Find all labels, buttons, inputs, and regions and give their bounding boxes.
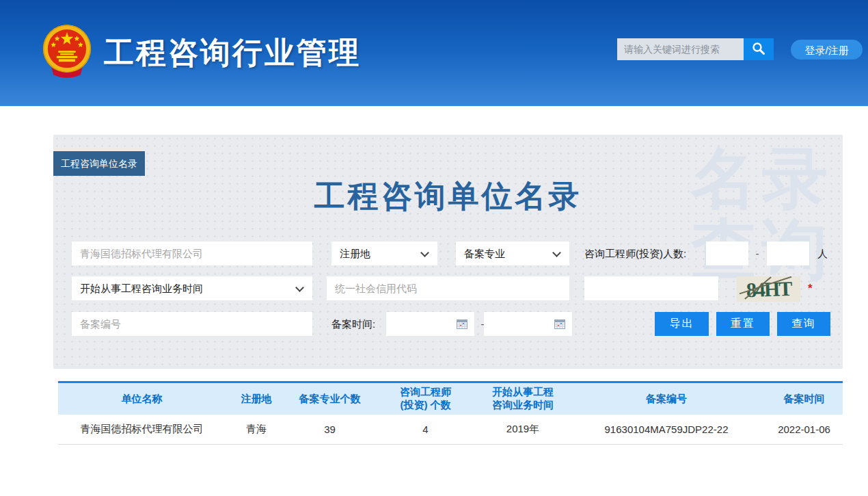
column-header: 开始从事工程 咨询业务时间 xyxy=(478,386,567,412)
column-header: 注册地 xyxy=(226,393,287,406)
site-header: 工程咨询行业管理 登录/注册 xyxy=(0,0,868,106)
cell-specialty-count: 39 xyxy=(287,423,372,435)
column-header: 单位名称 xyxy=(58,393,226,406)
captcha-input[interactable] xyxy=(584,276,718,300)
chevron-down-icon xyxy=(420,248,429,257)
select-value: 开始从事工程咨询业务时间 xyxy=(80,283,203,294)
chevron-down-icon xyxy=(295,283,304,292)
record-specialty-select[interactable]: 备案专业 xyxy=(456,242,569,265)
column-header: 备案编号 xyxy=(567,393,765,406)
range-dash: - xyxy=(752,242,763,265)
column-header: 备案专业个数 xyxy=(287,393,372,406)
credit-code-input[interactable] xyxy=(327,276,569,300)
record-number-input[interactable] xyxy=(72,312,312,336)
column-header: 备案时间 xyxy=(765,393,843,406)
cell-unit-name: 青海国德招标代理有限公司 xyxy=(58,423,226,436)
export-button[interactable]: 导出 xyxy=(655,312,709,336)
select-value: 注册地 xyxy=(340,248,370,259)
cell-engineer-count: 4 xyxy=(372,423,478,435)
record-time-label: 备案时间: xyxy=(331,312,375,336)
required-asterisk: * xyxy=(808,276,813,300)
reset-button[interactable]: 重置 xyxy=(716,312,770,336)
cell-record-number: 91630104MA759JDP22-22 xyxy=(567,423,765,435)
results-table: 单位名称 注册地 备案专业个数 咨询工程师 (投资) 个数 开始从事工程 咨询业… xyxy=(58,381,843,445)
calendar-icon xyxy=(457,319,467,329)
cell-start-time: 2019年 xyxy=(478,423,567,436)
engineer-count-min-input[interactable] xyxy=(706,242,748,265)
login-register-button[interactable]: 登录/注册 xyxy=(791,40,863,60)
captcha-image[interactable]: 84HT xyxy=(737,276,800,302)
site-title: 工程咨询行业管理 xyxy=(104,33,361,73)
search-input[interactable] xyxy=(617,38,744,60)
registration-place-select[interactable]: 注册地 xyxy=(331,242,437,265)
engineer-count-max-input[interactable] xyxy=(767,242,809,265)
directory-search-panel: 名录 查询 工程咨询单位名录 工程咨询单位名录 注册地 备案专业 咨询工程师(投… xyxy=(53,135,843,369)
query-button[interactable]: 查询 xyxy=(777,312,830,336)
cell-reg-place: 青海 xyxy=(226,423,287,436)
engineer-count-label: 咨询工程师(投资)人数: xyxy=(584,242,686,265)
header-search xyxy=(617,38,744,60)
search-button[interactable] xyxy=(744,38,774,60)
engineer-unit-label: 人 xyxy=(817,242,828,265)
cell-record-time: 2022-01-06 xyxy=(765,423,843,435)
page-title: 工程咨询单位名录 xyxy=(53,176,843,217)
tab-unit-directory[interactable]: 工程咨询单位名录 xyxy=(53,151,145,176)
start-business-time-select[interactable]: 开始从事工程咨询业务时间 xyxy=(72,276,312,300)
column-header: 咨询工程师 (投资) 个数 xyxy=(372,386,478,412)
search-icon xyxy=(751,41,766,58)
national-emblem-logo xyxy=(41,23,93,79)
calendar-icon xyxy=(554,319,565,329)
record-time-end-datepicker[interactable] xyxy=(484,312,572,336)
record-time-start-datepicker[interactable] xyxy=(386,312,474,336)
table-row[interactable]: 青海国德招标代理有限公司 青海 39 4 2019年 91630104MA759… xyxy=(58,415,843,445)
select-value: 备案专业 xyxy=(464,248,505,259)
company-name-input[interactable] xyxy=(72,242,312,265)
chevron-down-icon xyxy=(552,248,561,257)
table-header-row: 单位名称 注册地 备案专业个数 咨询工程师 (投资) 个数 开始从事工程 咨询业… xyxy=(58,383,843,415)
